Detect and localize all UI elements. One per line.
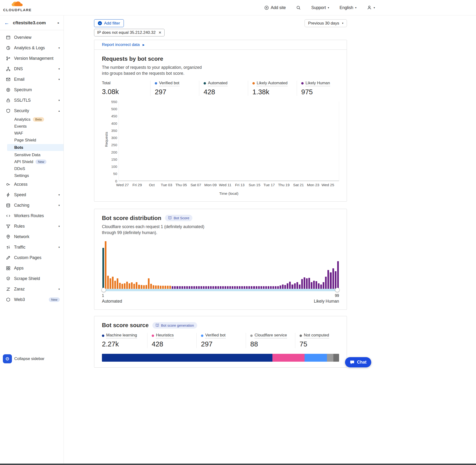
sidebar-item-security-waf[interactable]: WAF — [0, 130, 63, 137]
database-icon — [6, 203, 11, 208]
sidebar-item-security[interactable]: Security ▴ — [0, 106, 63, 116]
collapse-sidebar-button[interactable]: Collapse sidebar — [14, 356, 44, 361]
date-range-button[interactable]: Previous 30 days ▾ — [305, 19, 347, 27]
sidebar-item-custom-pages[interactable]: Custom Pages — [0, 252, 63, 263]
legend-dot — [204, 82, 206, 85]
requests-by-bot-score-card: Report incorrect data ▶ Requests by bot … — [94, 40, 347, 202]
sidebar-item-spectrum[interactable]: Spectrum — [0, 85, 63, 95]
search-button[interactable] — [296, 5, 301, 10]
new-badge: New — [35, 159, 46, 164]
email-icon — [6, 77, 11, 82]
book-icon — [168, 216, 172, 220]
gear-icon: ⚙ — [5, 356, 10, 362]
shield-check-icon — [6, 276, 11, 281]
source-stats-row: Machine learning 2.27k Heuristics 428 — [102, 333, 339, 348]
cloudflare-logo[interactable]: CLOUDFLARE — [3, 1, 32, 12]
sidebar: ← cftestsite3.com ▸ Overview Analytics &… — [0, 15, 64, 465]
bot-score-generation-badge[interactable]: Bot score generation — [152, 322, 197, 328]
slider-max-value: 99 — [335, 294, 339, 298]
sidebar-item-security-api-shield[interactable]: API Shield New — [0, 158, 63, 165]
stat-machine-learning: Machine learning 2.27k — [102, 333, 147, 348]
filter-chip-text: IP does not equal 35.212.240.32 — [97, 30, 156, 35]
requests-chart-plot: Wed 27Fri 29OctTue 03Thu 05Sat 07Mon 09W… — [119, 102, 339, 181]
page-bottom-edge — [0, 464, 476, 465]
sidebar-item-email[interactable]: Email ▾ — [0, 74, 63, 85]
stat-total-value: 3.08k — [102, 88, 150, 96]
add-site-button[interactable]: Add site — [264, 5, 286, 10]
close-icon[interactable]: ✕ — [158, 31, 161, 35]
legend-dot — [102, 335, 104, 337]
sidebar-item-dns[interactable]: DNS ▾ — [0, 63, 63, 74]
sidebar-item-network[interactable]: Network — [0, 232, 63, 242]
support-menu[interactable]: Support ▾ — [311, 5, 329, 10]
sidebar-item-apps[interactable]: Apps — [0, 263, 63, 273]
sidebar-item-version-management[interactable]: Version Management — [0, 53, 63, 63]
card-title: Bot score source — [102, 322, 148, 328]
report-incorrect-data-link[interactable]: Report incorrect data — [102, 42, 140, 47]
distribution-histogram — [102, 241, 339, 289]
source-bar-segment — [102, 354, 272, 362]
sidebar-item-scrape-shield[interactable]: Scrape Shield — [0, 273, 63, 284]
sidebar-item-security-page-shield[interactable]: Page Shield — [0, 137, 63, 144]
new-badge: New — [49, 297, 60, 302]
legend-dot — [301, 82, 304, 85]
sidebar-item-zaraz[interactable]: Zaraz ▾ — [0, 284, 63, 294]
sidebar-item-security-sensitive-data[interactable]: Sensitive Data — [0, 151, 63, 158]
analytics-icon — [6, 45, 11, 50]
plus-circle-icon: + — [98, 21, 102, 25]
sidebar-item-overview[interactable]: Overview — [0, 32, 63, 43]
play-arrow-icon: ▶ — [143, 43, 145, 46]
sidebar-item-rules[interactable]: Rules ▾ — [0, 221, 63, 232]
slider-handle-min[interactable] — [101, 288, 106, 292]
topbar: CLOUDFLARE Add site Support ▾ English ▾ … — [0, 0, 476, 15]
sidebar-item-security-ddos[interactable]: DDoS — [0, 165, 63, 172]
stat-likely-human: Likely Human 975 — [297, 81, 346, 96]
sidebar-item-access[interactable]: Access — [0, 179, 63, 190]
search-icon — [296, 5, 301, 10]
sidebar-item-analytics-logs[interactable]: Analytics & Logs ▾ — [0, 43, 63, 53]
chevron-up-icon: ▴ — [58, 109, 60, 112]
chevron-right-icon[interactable]: ▸ — [58, 21, 59, 24]
chevron-down-icon: ▾ — [355, 6, 357, 9]
sidebar-item-speed[interactable]: Speed ▾ — [0, 190, 63, 200]
sidebar-item-security-bots[interactable]: Bots — [7, 144, 63, 151]
back-arrow-icon[interactable]: ← — [4, 20, 9, 26]
card-description: Cloudflare scores each request 1 (defini… — [102, 224, 204, 236]
sidebar-item-caching[interactable]: Caching ▾ — [0, 200, 63, 211]
key-icon — [6, 182, 11, 187]
stat-likely-automated: Likely Automated 1.38k — [248, 81, 297, 96]
sidebar-item-workers-routes[interactable]: Workers Routes — [0, 211, 63, 221]
sidebar-item-security-settings[interactable]: Settings — [0, 172, 63, 179]
sidebar-item-security-events[interactable]: Events — [0, 123, 63, 130]
sidebar-item-traffic[interactable]: Traffic ▾ — [0, 242, 63, 252]
sidebar-item-security-analytics[interactable]: Analytics Beta — [0, 116, 63, 123]
chat-button[interactable]: Chat — [345, 357, 371, 367]
zaraz-icon — [6, 287, 11, 291]
language-menu[interactable]: English ▾ — [339, 5, 357, 10]
report-strip: Report incorrect data ▶ — [94, 40, 347, 50]
legend-dot — [201, 335, 203, 337]
stat-automated: Automated 428 — [199, 81, 248, 96]
add-site-label: Add site — [271, 5, 286, 10]
apps-grid-icon — [6, 266, 11, 270]
bot-score-slider[interactable] — [102, 289, 339, 291]
add-filter-button[interactable]: + Add filter — [94, 19, 124, 27]
sidebar-item-web3[interactable]: Web3 New — [0, 294, 63, 305]
arrows-icon — [6, 245, 11, 250]
stat-cloudflare-service: Cloudflare service 88 — [246, 333, 295, 348]
source-bar-segment — [305, 354, 327, 362]
language-label: English — [339, 5, 353, 10]
settings-gear-button[interactable]: ⚙ — [3, 354, 12, 363]
requests-chart: Requests 0501001502002503003504004505005… — [102, 102, 339, 196]
account-menu[interactable]: ▾ — [367, 5, 375, 10]
bot-score-badge[interactable]: Bot Score — [165, 215, 192, 221]
spectrum-icon — [6, 87, 11, 92]
dns-icon — [6, 66, 11, 71]
sidebar-item-ssl-tls[interactable]: SSL/TLS ▾ — [0, 95, 63, 106]
cloudflare-wordmark: CLOUDFLARE — [3, 8, 32, 12]
legend-dot — [152, 335, 154, 337]
legend-dot — [155, 82, 157, 85]
hexagon-icon — [6, 297, 11, 302]
chevron-down-icon: ▾ — [58, 78, 60, 81]
slider-handle-max[interactable] — [335, 288, 339, 292]
